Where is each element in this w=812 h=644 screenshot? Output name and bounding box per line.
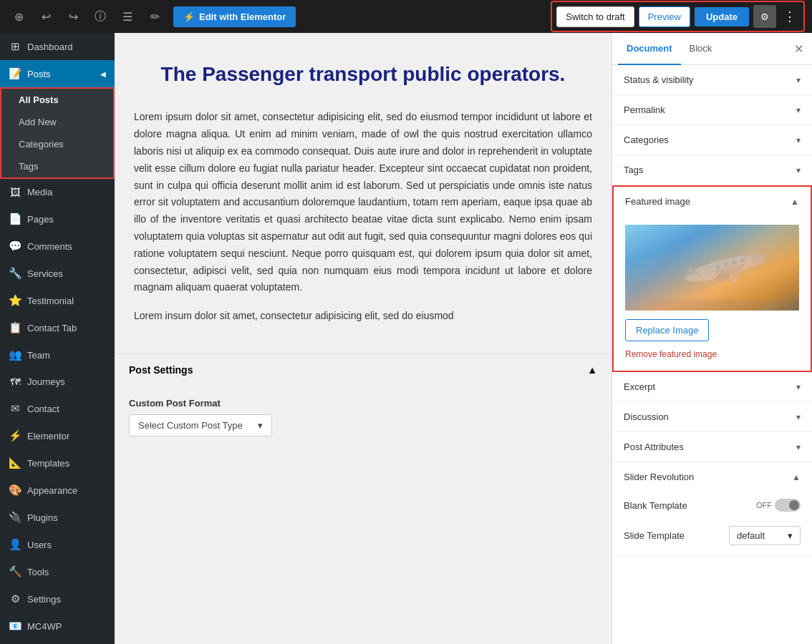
tags-chevron: ▾ bbox=[796, 165, 801, 175]
sidebar-item-media[interactable]: 🖼 Media bbox=[0, 179, 115, 205]
panel-section-tags: Tags ▾ bbox=[612, 155, 812, 185]
sidebar-item-comments[interactable]: 💬 Comments bbox=[0, 233, 115, 260]
sidebar-item-mc4wp[interactable]: 📧 MC4WP bbox=[0, 613, 115, 640]
slide-template-select[interactable]: default ▾ bbox=[729, 526, 801, 545]
edit-button[interactable]: ✏ bbox=[143, 5, 166, 28]
plugins-icon: 🔌 bbox=[9, 511, 21, 524]
submenu-item-all-posts[interactable]: All Posts bbox=[1, 89, 113, 111]
add-icon-button[interactable]: ⊕ bbox=[7, 5, 30, 28]
sidebar-item-pages[interactable]: 📄 Pages bbox=[0, 205, 115, 233]
comments-icon: 💬 bbox=[9, 240, 21, 253]
sidebar-item-users[interactable]: 👤 Users bbox=[0, 531, 115, 558]
featured-image-thumbnail[interactable] bbox=[625, 225, 799, 311]
settings-icon: ⚙ bbox=[9, 592, 21, 605]
discussion-chevron: ▾ bbox=[796, 412, 801, 422]
more-options-button[interactable]: ⋮ bbox=[780, 6, 799, 27]
replace-image-button[interactable]: Replace Image bbox=[625, 319, 709, 341]
switch-draft-button[interactable]: Switch to draft bbox=[556, 6, 634, 27]
edit-elementor-button[interactable]: ⚡ Edit with Elementor bbox=[173, 6, 296, 27]
featured-image-section: Featured image ▲ bbox=[612, 185, 812, 372]
custom-post-type-select[interactable]: Select Custom Post Type ▾ bbox=[129, 414, 272, 436]
featured-image-header[interactable]: Featured image ▲ bbox=[614, 187, 811, 216]
sidebar-item-templates[interactable]: 📐 Templates bbox=[0, 449, 115, 477]
templates-icon: 📐 bbox=[9, 457, 21, 469]
categories-chevron: ▾ bbox=[796, 135, 801, 145]
submenu-item-categories[interactable]: Categories bbox=[1, 133, 113, 155]
submenu-item-tags[interactable]: Tags bbox=[1, 155, 113, 177]
categories-header[interactable]: Categories ▾ bbox=[612, 125, 812, 155]
post-settings-body: Custom Post Format Select Custom Post Ty… bbox=[115, 386, 612, 448]
permalink-chevron: ▾ bbox=[796, 105, 801, 115]
undo-button[interactable]: ↩ bbox=[34, 5, 57, 28]
posts-icon: 📝 bbox=[9, 67, 21, 80]
sidebar-item-services[interactable]: 🔧 Services bbox=[0, 260, 115, 287]
svg-rect-9 bbox=[648, 300, 777, 311]
post-settings-header[interactable]: Post Settings ▲ bbox=[115, 354, 612, 386]
featured-image-chevron: ▲ bbox=[791, 197, 799, 207]
tab-document[interactable]: Document bbox=[618, 33, 681, 65]
sidebar-item-testimonial[interactable]: ⭐ Testimonial bbox=[0, 287, 115, 314]
panel-section-categories: Categories ▾ bbox=[612, 125, 812, 155]
post-attributes-chevron: ▾ bbox=[796, 442, 801, 452]
sidebar-item-contact-tab[interactable]: 📋 Contact Tab bbox=[0, 314, 115, 341]
panel-section-status: Status & visibility ▾ bbox=[612, 65, 812, 95]
sidebar-item-slider-revolution[interactable]: 🎛 Slider Revolution bbox=[0, 640, 115, 644]
preview-button[interactable]: Preview bbox=[639, 6, 690, 27]
tags-header[interactable]: Tags ▾ bbox=[612, 155, 812, 185]
sidebar-item-settings[interactable]: ⚙ Settings bbox=[0, 585, 115, 613]
center-scroll: The Passenger transport public operators… bbox=[115, 33, 612, 644]
post-settings-collapse-icon: ▲ bbox=[587, 364, 597, 376]
custom-post-format-label: Custom Post Format bbox=[129, 398, 597, 409]
services-icon: 🔧 bbox=[9, 267, 21, 280]
submenu-item-add-new[interactable]: Add New bbox=[1, 111, 113, 133]
post-editor: The Passenger transport public operators… bbox=[120, 33, 606, 339]
sidebar-item-team[interactable]: 👥 Team bbox=[0, 341, 115, 369]
users-icon: 👤 bbox=[9, 538, 21, 551]
select-dropdown-icon: ▾ bbox=[258, 420, 263, 431]
testimonial-icon: ⭐ bbox=[9, 294, 21, 307]
top-right-actions: Switch to draft Preview Update ⚙ ⋮ bbox=[551, 1, 805, 32]
toggle-track[interactable] bbox=[775, 499, 801, 512]
sidebar-item-journeys[interactable]: 🗺 Journeys bbox=[0, 369, 115, 395]
slider-revolution-header[interactable]: Slider Revolution ▲ bbox=[612, 462, 812, 492]
sidebar-item-contact[interactable]: ✉ Contact bbox=[0, 395, 115, 422]
list-view-button[interactable]: ☰ bbox=[116, 5, 139, 28]
post-body: Lorem ipsum dolor sit amet, consectetur … bbox=[134, 109, 592, 325]
sidebar-item-plugins[interactable]: 🔌 Plugins bbox=[0, 504, 115, 531]
journeys-icon: 🗺 bbox=[9, 376, 21, 388]
right-panel-tabs: Document Block ✕ bbox=[612, 33, 812, 65]
panel-section-permalink: Permalink ▾ bbox=[612, 95, 812, 125]
sidebar-item-appearance[interactable]: 🎨 Appearance bbox=[0, 477, 115, 504]
discussion-header[interactable]: Discussion ▾ bbox=[612, 402, 812, 431]
update-button[interactable]: Update bbox=[695, 7, 749, 26]
post-attributes-header[interactable]: Post Attributes ▾ bbox=[612, 432, 812, 462]
excerpt-chevron: ▾ bbox=[796, 382, 801, 392]
blank-template-toggle[interactable]: OFF bbox=[756, 499, 801, 512]
settings-gear-button[interactable]: ⚙ bbox=[753, 5, 776, 28]
post-title: The Passenger transport public operators… bbox=[134, 62, 592, 87]
contact-icon: ✉ bbox=[9, 402, 21, 415]
tab-block[interactable]: Block bbox=[681, 33, 721, 65]
posts-arrow-icon: ◀ bbox=[100, 70, 106, 78]
info-button[interactable]: ⓘ bbox=[89, 5, 112, 28]
redo-button[interactable]: ↪ bbox=[62, 5, 84, 28]
sidebar-item-elementor[interactable]: ⚡ Elementor bbox=[0, 422, 115, 449]
right-panel-close-button[interactable]: ✕ bbox=[791, 39, 806, 59]
posts-submenu: All Posts Add New Categories Tags bbox=[0, 87, 115, 179]
slide-template-dropdown-icon: ▾ bbox=[788, 530, 793, 541]
contact-tab-icon: 📋 bbox=[9, 321, 21, 334]
excerpt-header[interactable]: Excerpt ▾ bbox=[612, 372, 812, 401]
slide-template-row: Slide Template default ▾ bbox=[612, 519, 812, 555]
featured-image-body: Replace Image Remove featured image bbox=[614, 216, 811, 371]
right-panel: Document Block ✕ Status & visibility ▾ P… bbox=[612, 33, 812, 644]
mc4wp-icon: 📧 bbox=[9, 620, 21, 633]
sidebar-item-dashboard[interactable]: ⊞ Dashboard bbox=[0, 33, 115, 60]
sidebar-item-posts[interactable]: 📝 Posts ◀ bbox=[0, 60, 115, 87]
sidebar-item-tools[interactable]: 🔨 Tools bbox=[0, 558, 115, 585]
permalink-header[interactable]: Permalink ▾ bbox=[612, 95, 812, 125]
remove-featured-image-link[interactable]: Remove featured image bbox=[625, 349, 717, 359]
post-body-paragraph-2: Lorem insum dolor sit amet, consectetur … bbox=[134, 308, 592, 325]
slider-revolution-chevron: ▲ bbox=[792, 472, 801, 482]
svg-point-0 bbox=[683, 250, 763, 287]
status-visibility-header[interactable]: Status & visibility ▾ bbox=[612, 65, 812, 94]
